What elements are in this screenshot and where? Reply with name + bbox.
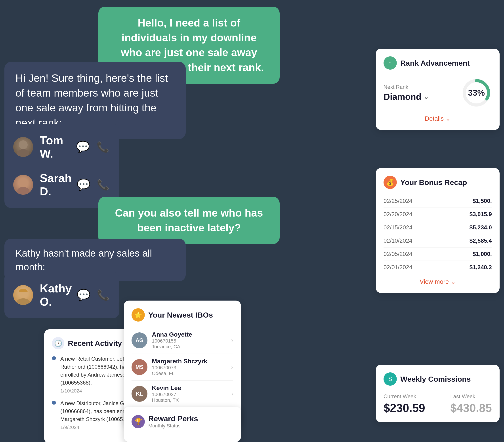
bonus-date: 02/15/2024 <box>383 224 412 231</box>
ibo-name: Margareth Shczyrk <box>152 358 231 365</box>
ibo-location: Houston, TX <box>152 397 231 403</box>
rank-chevron-icon[interactable]: ⌄ <box>424 93 429 101</box>
activity-clock-icon: 🕐 <box>52 337 64 349</box>
current-week-label: Current Week <box>383 393 425 400</box>
activity-dot-2 <box>52 401 56 405</box>
avatar-sarah <box>13 175 33 195</box>
bonus-row: 02/25/2024 $1,500. <box>383 194 492 208</box>
ibo-info: Anna Goyette 100670155 Torrance, CA <box>152 331 231 350</box>
svg-point-0 <box>19 140 28 149</box>
ibo-id: 100670027 <box>152 392 231 397</box>
bonus-list: 02/25/2024 $1,500.02/20/2024 $3,015.902/… <box>383 194 492 274</box>
last-week-col: Last Week $430.85 <box>450 393 492 415</box>
phone-button-tom[interactable]: 📞 <box>95 139 110 155</box>
svg-point-4 <box>18 287 28 297</box>
rank-details-link[interactable]: Details ⌄ <box>383 113 492 122</box>
ibo-list: AG Anna Goyette 100670155 Torrance, CA ›… <box>131 327 233 407</box>
commissions-content: Current Week $230.59 Last Week $430.85 <box>383 391 492 415</box>
chat-button-sarah[interactable]: 💬 <box>76 177 91 193</box>
ibo-location: Torrance, CA <box>152 344 231 350</box>
ibo-id: 100670073 <box>152 365 231 371</box>
ibo-info: Kevin Lee 100670027 Houston, TX <box>152 385 231 403</box>
bonus-title: Your Bonus Recap <box>400 178 467 187</box>
user-message-2-text: Can you also tell me who has been inacti… <box>115 207 263 234</box>
ibo-location: Odesa, FL <box>152 371 231 376</box>
weekly-commissions-card: $ Weekly Comissions Current Week $230.59… <box>376 365 500 422</box>
team-member-kathy: Kathy O. 💬 📞 <box>13 276 110 314</box>
rank-left: Next Rank Diamond ⌄ <box>383 84 429 102</box>
commissions-icon: $ <box>383 372 397 386</box>
user-message-2: Can you also tell me who has been inacti… <box>98 197 280 244</box>
phone-icon-tom: 📞 <box>97 141 109 153</box>
bonus-date: 02/10/2024 <box>383 237 412 244</box>
last-week-value: $430.85 <box>450 401 492 415</box>
details-chevron-icon: ⌄ <box>445 115 450 122</box>
bonus-amount: $3,015.9 <box>469 211 492 218</box>
ibo-item[interactable]: MS Margareth Shczyrk 100670073 Odesa, FL… <box>131 354 233 381</box>
ai-message-1-text: Hi Jen! Sure thing, here's the list of t… <box>16 72 168 129</box>
activity-dot-1 <box>52 356 56 360</box>
perks-trophy-icon: 🏆 <box>131 415 145 428</box>
ibo-chevron-icon: › <box>231 390 233 397</box>
chat-icon-tom: 💬 <box>76 141 90 153</box>
inactive-member-card: Kathy O. 💬 📞 <box>4 272 119 318</box>
chat-button-kathy[interactable]: 💬 <box>76 287 91 303</box>
member-name-sarah: Sarah D. <box>40 172 72 198</box>
member-name-kathy: Kathy O. <box>40 282 72 308</box>
bonus-amount: $1,500. <box>473 197 492 204</box>
chat-icon-kathy: 💬 <box>77 289 90 301</box>
activity-title: Recent Activity <box>68 339 122 348</box>
ibo-name: Anna Goyette <box>152 331 231 338</box>
bonus-amount: $1,240.2 <box>469 264 492 271</box>
svg-point-2 <box>19 178 28 187</box>
svg-point-5 <box>17 298 30 305</box>
current-week-col: Current Week $230.59 <box>383 393 425 415</box>
ibo-avatar: KL <box>131 386 147 402</box>
last-week-label: Last Week <box>450 393 492 400</box>
bonus-amount: $5,234.0 <box>469 224 492 231</box>
rank-percent: 33% <box>468 88 485 98</box>
commissions-title: Weekly Comissions <box>400 375 471 383</box>
ibo-item[interactable]: AG Anna Goyette 100670155 Torrance, CA › <box>131 327 233 354</box>
ibos-title: Your Newest IBOs <box>148 311 213 319</box>
ibo-avatar: MS <box>131 359 147 375</box>
ibo-id: 100670155 <box>152 338 231 344</box>
phone-button-kathy[interactable]: 📞 <box>95 287 110 303</box>
bonus-view-more-label: View more <box>420 278 449 285</box>
rank-up-icon: ↑ <box>383 56 397 70</box>
bonus-row: 02/10/2024 $2,585.4 <box>383 234 492 248</box>
ibo-star-icon: ⭐ <box>131 308 145 321</box>
bonus-row: 02/20/2024 $3,015.9 <box>383 208 492 221</box>
bonus-icon: 💰 <box>383 176 397 189</box>
phone-icon-kathy: 📞 <box>97 289 109 301</box>
reward-perks-card: 🏆 Reward Perks Monthly Status <box>124 407 241 442</box>
next-rank-label: Next Rank <box>383 84 429 90</box>
team-member-tom: Tom W. 💬 📞 <box>13 128 110 166</box>
current-week-value: $230.59 <box>383 401 425 415</box>
ibo-chevron-icon: › <box>231 364 233 371</box>
bonus-row: 02/01/2024 $1,240.2 <box>383 261 492 274</box>
ai-message-2-text: Kathy hasn't made any sales all month: <box>16 248 152 272</box>
ibo-name: Kevin Lee <box>152 385 231 392</box>
bonus-row: 02/15/2024 $5,234.0 <box>383 221 492 234</box>
bonus-date: 02/01/2024 <box>383 264 412 271</box>
rank-title: Rank Advancement <box>400 59 470 67</box>
rank-content: Next Rank Diamond ⌄ 33% <box>383 75 492 113</box>
phone-button-sarah[interactable]: 📞 <box>95 177 110 193</box>
bonus-amount: $2,585.4 <box>469 237 492 244</box>
avatar-kathy <box>13 285 33 305</box>
bonus-view-more[interactable]: View more ⌄ <box>383 274 492 285</box>
rank-donut-chart: 33% <box>461 77 492 108</box>
chat-icon-sarah: 💬 <box>77 178 90 191</box>
ibo-avatar: AG <box>131 332 147 348</box>
ibo-chevron-icon: › <box>231 337 233 344</box>
chat-button-tom[interactable]: 💬 <box>75 139 91 155</box>
ibo-info: Margareth Shczyrk 100670073 Odesa, FL <box>152 358 231 376</box>
ibo-item[interactable]: KL Kevin Lee 100670027 Houston, TX › <box>131 381 233 407</box>
team-member-sarah: Sarah D. 💬 📞 <box>13 166 110 204</box>
rank-advancement-card: ↑ Rank Advancement Next Rank Diamond ⌄ 3… <box>376 49 500 130</box>
avatar-tom <box>13 137 33 157</box>
bonus-date: 02/05/2024 <box>383 251 412 257</box>
phone-icon-sarah: 📞 <box>97 179 109 191</box>
member-name-tom: Tom W. <box>40 134 71 160</box>
